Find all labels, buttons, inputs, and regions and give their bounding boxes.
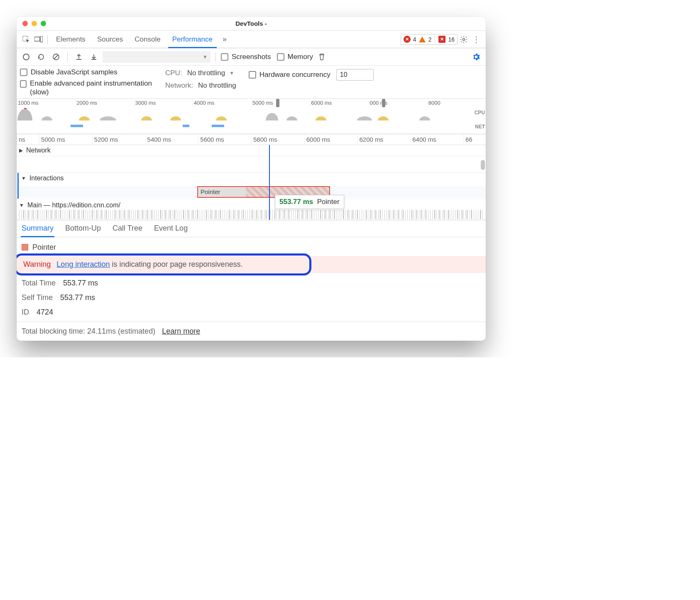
- svg-point-4: [23, 54, 29, 60]
- advanced-paint-checkbox[interactable]: Enable advanced paint instrumentation (s…: [20, 79, 153, 97]
- chevron-down-icon: ▼: [21, 175, 26, 181]
- svg-point-3: [463, 38, 465, 40]
- overview-tick: 1000 ms: [17, 100, 75, 107]
- overview-range-handle[interactable]: [276, 99, 279, 107]
- self-time-value: 553.77 ms: [60, 293, 95, 302]
- tooltip-label: Pointer: [317, 198, 340, 206]
- hardware-concurrency-checkbox[interactable]: Hardware concurrency: [249, 71, 330, 79]
- issues-badge[interactable]: ✕ 4 2 ✕ 16: [401, 34, 458, 45]
- network-label: Network:: [165, 81, 193, 90]
- overview-net-bar: [71, 125, 83, 127]
- ruler-tick: 6400 ms: [410, 134, 463, 145]
- main-track[interactable]: ▼ Main — https://edition.cnn.com/: [17, 199, 486, 220]
- violation-count: 16: [448, 36, 455, 43]
- tab-sources[interactable]: Sources: [91, 31, 129, 48]
- ruler-tick: 66: [463, 134, 486, 145]
- interactions-track[interactable]: ▼ Interactions Pointer: [17, 173, 486, 199]
- ruler-tick: ns: [17, 134, 39, 145]
- network-track-label: Network: [26, 147, 51, 154]
- interaction-pointer-label: Pointer: [201, 188, 220, 195]
- network-throttling-select[interactable]: No throttling: [198, 81, 236, 90]
- inspect-icon[interactable]: [20, 33, 32, 46]
- memory-label: Memory: [288, 53, 313, 61]
- warning-icon: [419, 36, 426, 43]
- overview-timeline[interactable]: 1000 ms 2000 ms 3000 ms 4000 ms 5000 ms …: [17, 98, 486, 134]
- svg-line-6: [54, 55, 58, 59]
- vertical-scrollbar-thumb[interactable]: [481, 160, 485, 170]
- tab-console[interactable]: Console: [129, 31, 166, 48]
- tabs-overflow-button[interactable]: »: [218, 33, 231, 46]
- capture-settings-icon[interactable]: [470, 51, 482, 63]
- record-icon[interactable]: [20, 51, 32, 63]
- settings-icon[interactable]: [458, 33, 470, 46]
- more-icon[interactable]: ⋮: [470, 33, 482, 46]
- ruler-tick: 5800 ms: [251, 134, 304, 145]
- network-throttling-value: No throttling: [198, 81, 236, 90]
- reload-record-icon[interactable]: [35, 51, 47, 63]
- chevron-down-icon: ▼: [229, 70, 234, 76]
- long-interaction-link[interactable]: Long interaction: [56, 260, 110, 268]
- tab-call-tree[interactable]: Call Tree: [112, 220, 143, 237]
- total-time-value: 553.77 ms: [63, 279, 98, 288]
- main-track-tasks[interactable]: [19, 210, 483, 219]
- overview-range-handle[interactable]: [382, 99, 385, 107]
- error-count: 4: [413, 36, 416, 43]
- performance-toolbar: ▼ Screenshots Memory: [17, 48, 486, 66]
- ruler-tick: 5400 ms: [145, 134, 198, 145]
- ruler-tick: 5000 ms: [39, 134, 92, 145]
- tab-elements[interactable]: Elements: [50, 31, 91, 48]
- self-time-label: Self Time: [22, 293, 53, 302]
- svg-rect-1: [34, 37, 40, 41]
- upload-icon[interactable]: [73, 51, 85, 63]
- recording-selector[interactable]: ▼: [103, 51, 210, 63]
- interactions-track-label: Interactions: [29, 175, 64, 182]
- chevron-right-icon: ▶: [19, 148, 23, 153]
- download-icon[interactable]: [88, 51, 100, 63]
- tab-performance[interactable]: Performance: [166, 31, 218, 48]
- divider: [47, 35, 48, 44]
- ruler-tick: 5200 ms: [92, 134, 145, 145]
- zoom-window-button[interactable]: [41, 21, 46, 26]
- close-window-button[interactable]: [22, 21, 28, 26]
- device-toolbar-icon[interactable]: [32, 33, 45, 46]
- titlebar: DevTools -: [17, 17, 486, 31]
- disable-js-samples-checkbox[interactable]: Disable JavaScript samples: [20, 68, 153, 76]
- id-label: ID: [22, 308, 29, 317]
- tab-summary[interactable]: Summary: [21, 220, 54, 237]
- minimize-window-button[interactable]: [32, 21, 37, 26]
- network-track-body[interactable]: [17, 156, 486, 173]
- tab-event-log[interactable]: Event Log: [153, 220, 188, 237]
- overview-tick: 8000: [427, 100, 486, 107]
- summary-title: Pointer: [32, 243, 56, 252]
- overview-cpu-graph: [17, 107, 473, 122]
- flame-chart-area: ▶ Network ▼ Interactions Pointer 553.77 …: [17, 145, 486, 220]
- screenshots-checkbox[interactable]: Screenshots: [221, 53, 271, 61]
- interaction-tooltip: 553.77 ms Pointer: [275, 195, 344, 209]
- tooltip-value: 553.77 ms: [279, 198, 313, 206]
- capture-options: Disable JavaScript samples Enable advanc…: [17, 66, 486, 98]
- trash-icon[interactable]: [316, 51, 328, 63]
- cpu-throttling-select[interactable]: No throttling ▼: [187, 69, 235, 77]
- overview-tick: 4000 ms: [193, 100, 251, 107]
- warning-label: Warning: [23, 260, 51, 269]
- tab-bottom-up[interactable]: Bottom-Up: [64, 220, 102, 237]
- chevron-down-icon: ▼: [19, 202, 24, 208]
- advanced-paint-label: Enable advanced paint instrumentation (s…: [30, 79, 153, 97]
- overview-tick: 3000 ms: [134, 100, 193, 107]
- id-value: 4724: [37, 308, 53, 317]
- hardware-concurrency-input[interactable]: [336, 69, 374, 81]
- disable-js-samples-label: Disable JavaScript samples: [31, 68, 117, 76]
- overview-net-label: NET: [475, 124, 485, 130]
- learn-more-link[interactable]: Learn more: [162, 327, 200, 336]
- network-track-header[interactable]: ▶ Network: [17, 145, 486, 156]
- error-icon: ✕: [404, 36, 411, 43]
- overview-tick: 6000 ms: [310, 100, 368, 107]
- detail-ruler[interactable]: ns 5000 ms 5200 ms 5400 ms 5600 ms 5800 …: [17, 134, 486, 145]
- overview-cpu-label: CPU: [475, 110, 485, 116]
- divider: [435, 36, 435, 43]
- svg-rect-2: [40, 36, 43, 42]
- details-tabs: Summary Bottom-Up Call Tree Event Log: [17, 220, 486, 237]
- memory-checkbox[interactable]: Memory: [277, 53, 313, 61]
- playhead[interactable]: [269, 145, 270, 220]
- clear-icon[interactable]: [50, 51, 62, 63]
